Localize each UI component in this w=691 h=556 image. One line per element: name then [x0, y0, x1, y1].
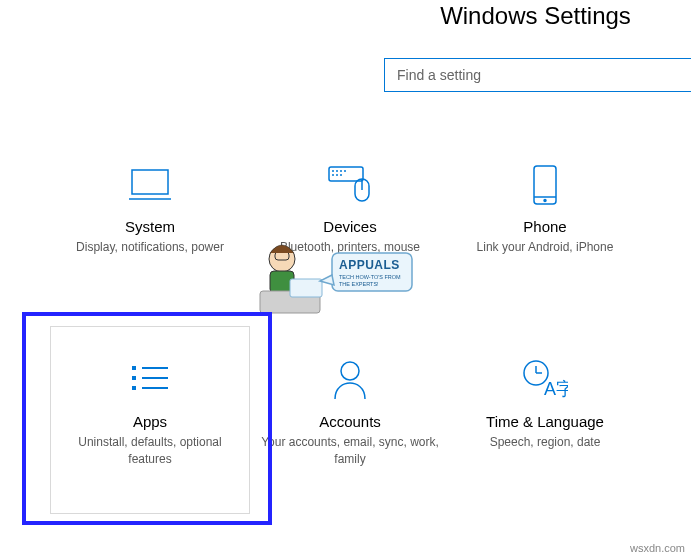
time-language-icon: A字: [445, 357, 645, 403]
tile-desc: Bluetooth, printers, mouse: [250, 239, 450, 256]
tile-title: Accounts: [250, 413, 450, 430]
system-icon: [50, 162, 250, 208]
svg-point-22: [341, 362, 359, 380]
search-input[interactable]: [384, 58, 691, 92]
tile-desc: bro: [640, 413, 691, 430]
search-container: [384, 58, 691, 92]
site-watermark: wsxdn.com: [630, 542, 685, 554]
network-icon: [640, 162, 691, 208]
svg-marker-34: [320, 275, 334, 285]
svg-rect-33: [332, 253, 412, 291]
tile-title: N: [640, 218, 691, 235]
tile-title: Devices: [250, 218, 450, 235]
tile-title: Apps: [50, 413, 250, 430]
tile-gaming[interactable]: bro: [640, 357, 691, 430]
svg-point-14: [544, 200, 546, 202]
page-title: Windows Settings: [380, 0, 691, 30]
tile-desc: Wi: [640, 239, 691, 256]
gaming-icon: [640, 357, 691, 403]
tile-system[interactable]: System Display, notifications, power: [50, 162, 250, 256]
tile-accounts[interactable]: Accounts Your accounts, email, sync, wor…: [250, 357, 450, 468]
phone-icon: [445, 162, 645, 208]
devices-icon: [250, 162, 450, 208]
svg-rect-2: [329, 167, 363, 181]
svg-text:APPUALS: APPUALS: [339, 258, 400, 272]
svg-rect-0: [132, 170, 168, 194]
tile-apps[interactable]: Apps Uninstall, defaults, optional featu…: [50, 357, 250, 468]
svg-text:TECH HOW-TO'S FROM: TECH HOW-TO'S FROM: [339, 274, 401, 280]
svg-rect-12: [534, 166, 556, 204]
svg-rect-32: [290, 279, 322, 297]
tile-time-language[interactable]: A字 Time & Language Speech, region, date: [445, 357, 645, 451]
tile-desc: Display, notifications, power: [50, 239, 250, 256]
tile-desc: Your accounts, email, sync, work, family: [250, 434, 450, 468]
tile-title: Phone: [445, 218, 645, 235]
tile-desc: Uninstall, defaults, optional features: [50, 434, 250, 468]
tile-title: System: [50, 218, 250, 235]
svg-text:THE EXPERTS!: THE EXPERTS!: [339, 281, 379, 287]
tile-desc: Speech, region, date: [445, 434, 645, 451]
svg-rect-18: [132, 386, 136, 390]
svg-rect-30: [270, 271, 294, 293]
tile-desc: Link your Android, iPhone: [445, 239, 645, 256]
svg-rect-17: [132, 376, 136, 380]
accounts-icon: [250, 357, 450, 403]
svg-rect-16: [132, 366, 136, 370]
svg-rect-31: [260, 291, 320, 313]
svg-text:A字: A字: [544, 379, 568, 399]
tile-phone[interactable]: Phone Link your Android, iPhone: [445, 162, 645, 256]
tile-title: Time & Language: [445, 413, 645, 430]
apps-icon: [50, 357, 250, 403]
tile-network[interactable]: N Wi: [640, 162, 691, 256]
tile-devices[interactable]: Devices Bluetooth, printers, mouse: [250, 162, 450, 256]
